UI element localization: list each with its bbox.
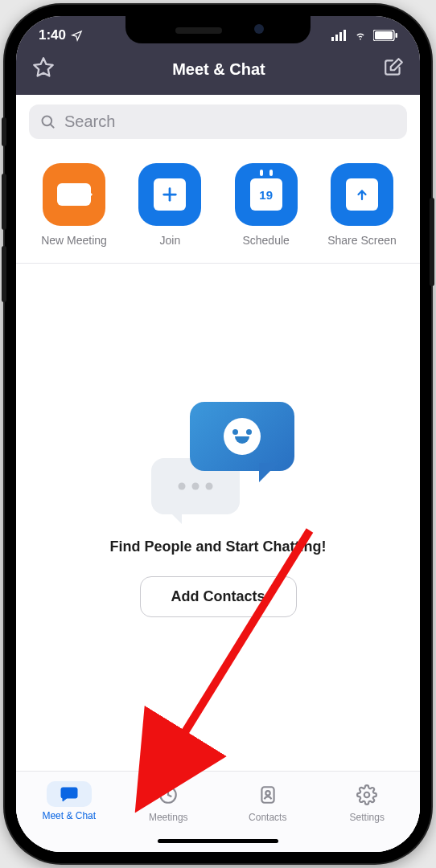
chat-icon [58,784,80,804]
video-icon [57,183,91,206]
tab-meetings[interactable]: Meetings [119,776,219,828]
svg-rect-6 [396,33,398,38]
tab-settings[interactable]: Settings [318,776,417,828]
status-time: 1:40 [39,27,66,43]
tab-contacts[interactable]: Contacts [218,776,318,828]
home-indicator[interactable] [16,829,420,852]
tab-settings-label: Settings [350,812,385,823]
svg-line-9 [51,124,54,127]
svg-point-16 [364,792,370,798]
svg-rect-5 [375,31,393,39]
share-screen-button[interactable]: Share Screen [319,163,405,247]
join-label: Join [159,234,180,247]
share-label: Share Screen [327,234,397,247]
tab-meet-chat-label: Meet & Chat [42,810,96,821]
schedule-button[interactable]: 19 Schedule [223,163,310,247]
search-icon [40,114,56,130]
tab-meet-chat[interactable]: Meet & Chat [19,776,119,828]
device-notch [125,16,311,43]
compose-button[interactable] [383,57,404,81]
location-icon [71,30,83,42]
svg-rect-1 [335,35,338,41]
search-field[interactable] [29,104,407,139]
wifi-icon [352,30,368,41]
schedule-label: Schedule [242,234,289,247]
contacts-icon [257,784,278,805]
empty-headline: Find People and Start Chatting! [110,538,327,555]
gear-icon [356,784,377,805]
star-icon [32,56,55,79]
page-title: Meet & Chat [172,60,265,78]
plus-icon [161,186,179,203]
tab-meetings-label: Meetings [149,812,188,823]
new-meeting-label: New Meeting [41,234,107,247]
cell-signal-icon [331,30,348,41]
new-meeting-button[interactable]: New Meeting [31,163,117,247]
svg-rect-2 [339,32,342,41]
svg-marker-7 [34,58,52,76]
svg-rect-3 [343,30,346,41]
add-contacts-button[interactable]: Add Contacts [140,576,297,617]
calendar-icon: 19 [259,188,273,202]
star-button[interactable] [32,56,55,82]
join-button[interactable]: Join [126,163,213,247]
search-input[interactable] [64,113,396,131]
svg-rect-0 [331,37,334,41]
tab-bar: Meet & Chat Meetings Contacts Settings [16,771,420,829]
upload-icon [355,187,369,202]
tab-contacts-label: Contacts [249,812,286,823]
compose-icon [383,57,404,78]
svg-point-15 [265,791,269,795]
chat-illustration [142,402,294,514]
clock-icon [158,784,179,805]
battery-icon [373,30,397,41]
